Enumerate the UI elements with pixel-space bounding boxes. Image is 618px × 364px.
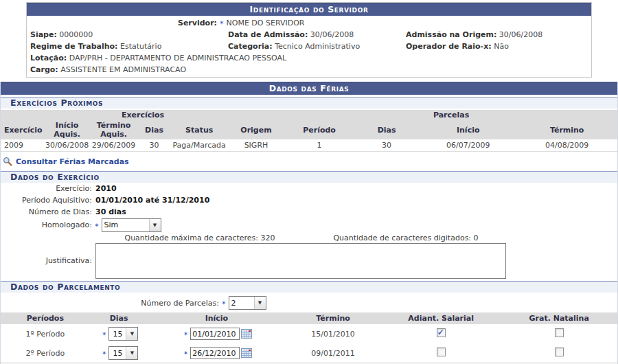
cargo-value: ASSISTENTE EM ADMINISTRACAO — [60, 65, 186, 74]
admissao-origem-label: Admissão na Origem: — [406, 30, 496, 39]
exercicios-proximos-table: Exercícios Parcelas Exercício Início Aqu… — [1, 110, 617, 152]
raiox-label: Operador de Raio-x: — [406, 42, 492, 51]
numero-dias-value: 30 dias — [95, 207, 126, 218]
exercicios-proximos-header: Exercícios Próximos — [1, 97, 617, 109]
dados-parcelamento-title: Dados do Parcelamento — [10, 282, 120, 292]
dias-select-periodo-2[interactable]: 15 ▼ — [108, 346, 138, 360]
categoria-value: Tecnico Administrativo — [275, 42, 360, 51]
siape-value: 0000000 — [59, 30, 93, 39]
data-admissao-value: 30/06/2008 — [310, 30, 354, 39]
dados-exercicio-title: Dados do Exercício — [10, 172, 100, 182]
identificacao-title-bar: Identificação do Servidor — [27, 3, 591, 16]
calendar-icon[interactable] — [241, 348, 252, 358]
column-header: Dias — [90, 312, 148, 324]
dados-exercicio-header: Dados do Exercício — [1, 171, 617, 183]
cell-periodo: 1 — [285, 139, 354, 152]
dados-parcelamento-header: Dados do Parcelamento — [1, 281, 617, 293]
required-star-icon: ✶ — [102, 330, 107, 337]
column-header: Início — [148, 312, 286, 324]
dias-select-periodo-1[interactable]: 15 ▼ — [108, 327, 138, 341]
column-header: Status — [171, 120, 227, 139]
regime-label: Regime de Trabalho: — [30, 42, 118, 51]
regime-value: Estatutário — [120, 42, 161, 51]
max-chars-label: Quantidade máxima de caracteres: 320 — [97, 234, 303, 242]
column-header: Início — [420, 120, 516, 139]
column-header: Dias — [137, 120, 172, 139]
consultar-ferias-row: Consultar Férias Marcadas — [1, 152, 617, 169]
cell-termino: 09/01/2011 — [285, 343, 381, 363]
servidor-label: Servidor: — [30, 17, 217, 29]
column-header: Origem — [227, 120, 285, 139]
cell-periodo-nome: 1º Período — [1, 324, 90, 343]
periodo-aquisitivo-value: 01/01/2010 até 31/12/2010 — [95, 195, 209, 206]
group-header-parcelas: Parcelas — [285, 110, 617, 120]
grat-natalina-checkbox-periodo-1[interactable] — [555, 328, 564, 337]
grat-natalina-checkbox-periodo-2[interactable] — [555, 348, 564, 356]
cargo-label: Cargo: — [30, 65, 58, 74]
lotacao-value: DAP/PRH - DEPARTAMENTO DE ADMINISTRACAO … — [69, 54, 287, 62]
numero-parcelas-select[interactable]: 2 ▼ — [229, 296, 266, 310]
required-star-icon: ✶ — [221, 299, 227, 306]
adiant-salarial-checkbox-periodo-2[interactable] — [437, 348, 446, 356]
justificativa-textarea[interactable] — [95, 243, 506, 279]
required-star-icon: ✶ — [183, 350, 189, 356]
dados-ferias-panel: Dados das Férias Exercícios Próximos Exe… — [0, 82, 618, 364]
dados-ferias-title-bar: Dados das Férias — [1, 82, 617, 95]
admissao-origem-value: 30/06/2008 — [499, 30, 542, 39]
required-star-icon: ✶ — [183, 330, 189, 337]
exercicio-label: Exercício: — [1, 183, 92, 194]
cell-exercicio: 2009 — [1, 139, 44, 152]
homologado-selected-value: Sim — [102, 219, 149, 231]
calendar-icon[interactable] — [241, 329, 252, 339]
inicio-date-input-periodo-2[interactable] — [190, 347, 240, 359]
identificacao-grid: Siape: 0000000 Data de Admissão: 30/06/2… — [30, 29, 588, 52]
column-header: Término Aquis. — [91, 120, 137, 139]
raiox-value: Não — [494, 42, 509, 51]
required-star-icon: ✶ — [94, 220, 100, 231]
chevron-down-icon: ▼ — [254, 297, 266, 309]
group-header-exercicios: Exercícios — [1, 110, 285, 120]
ferias-page: { "identificacao": { "title": "Identific… — [0, 0, 618, 364]
identificacao-content: Servidor: ✶ NOME DO SERVIDOR Siape: 0000… — [27, 16, 591, 77]
homologado-select[interactable]: Sim ▼ — [102, 218, 161, 232]
servidor-value: NOME DO SERVIDOR — [227, 17, 305, 29]
cell-inicio-parcela: 06/07/2009 — [420, 139, 516, 152]
search-icon[interactable] — [3, 157, 12, 166]
siape-label: Siape: — [30, 30, 57, 39]
numero-dias-row: Número de Dias: 30 dias — [1, 207, 617, 218]
column-header: Início Aquis. — [44, 120, 91, 139]
justificativa-row: Justificativa: — [1, 243, 617, 279]
cell-inicio-aquis: 30/06/2008 — [44, 139, 91, 152]
chevron-down-icon: ▼ — [149, 219, 161, 231]
table-row-periodo-2: 2º Período ✶ 15 ▼ ✶ — [1, 343, 617, 363]
inicio-date-input-periodo-1[interactable] — [190, 328, 240, 340]
column-header: Término — [285, 312, 381, 324]
identificacao-title: Identificação do Servidor — [250, 4, 369, 14]
group-header-row: Exercícios Parcelas — [1, 110, 617, 120]
column-header: Grat. Natalina — [501, 312, 617, 324]
column-header: Exercício — [1, 120, 44, 139]
justificativa-label: Justificativa: — [1, 255, 92, 266]
exercicio-row: Exercício: 2010 — [1, 183, 617, 194]
cell-dias-parcela: 30 — [354, 139, 420, 152]
parcelamento-table: Períodos Dias Início Término Adiant. Sal… — [1, 312, 617, 363]
column-header: Adiant. Salarial — [381, 312, 501, 324]
table-row-periodo-1: 1º Período ✶ 15 ▼ ✶ — [1, 324, 617, 343]
typed-chars-label: Quantidade de caracteres digitados: 0 — [303, 234, 509, 242]
identificacao-servidor-panel: Identificação do Servidor Servidor: ✶ NO… — [26, 2, 592, 78]
categoria-label: Categoria: — [228, 42, 273, 51]
adiant-salarial-checkbox-periodo-1[interactable] — [437, 328, 446, 337]
dias-selected-value: 15 — [109, 347, 126, 359]
numero-dias-label: Número de Dias: — [1, 207, 92, 218]
numero-parcelas-row: Número de Parcelas: ✶ 2 ▼ — [1, 296, 617, 310]
servidor-row: Servidor: ✶ NOME DO SERVIDOR — [30, 17, 588, 29]
cell-termino: 15/01/2010 — [285, 324, 381, 343]
required-star-icon: ✶ — [102, 350, 107, 356]
table-row: 2009 30/06/2008 29/06/2009 30 Paga/Marca… — [1, 139, 617, 152]
consultar-ferias-link[interactable]: Consultar Férias Marcadas — [16, 157, 129, 166]
homologado-row: Homologado: ✶ Sim ▼ — [1, 218, 617, 232]
homologado-label: Homologado: — [1, 220, 92, 231]
periodo-aquisitivo-row: Período Aquisitivo: 01/01/2010 até 31/12… — [1, 195, 617, 206]
numero-parcelas-selected-value: 2 — [229, 297, 254, 309]
column-header: Períodos — [1, 312, 90, 324]
